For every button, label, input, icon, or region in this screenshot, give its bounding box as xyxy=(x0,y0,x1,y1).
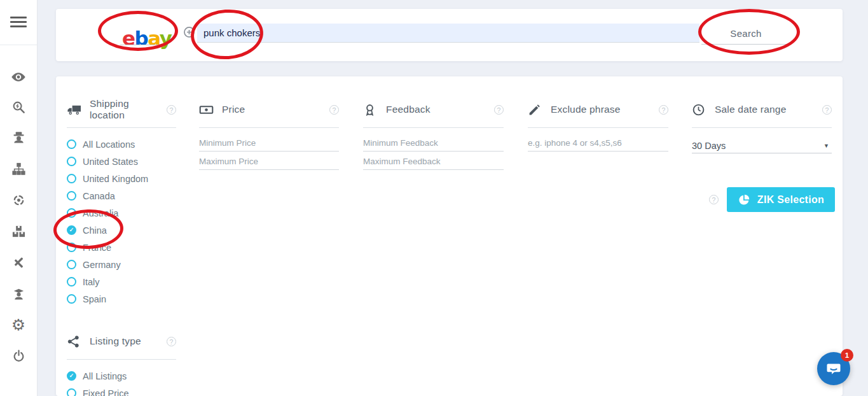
radio-label: United States xyxy=(83,157,138,167)
radio-icon[interactable] xyxy=(67,225,76,235)
truck-icon xyxy=(67,102,82,117)
radio-icon[interactable] xyxy=(67,174,76,183)
help-icon[interactable]: ? xyxy=(494,105,504,115)
gear-icon[interactable]: ⚙ xyxy=(0,316,37,333)
chat-icon xyxy=(825,360,843,378)
radio-label: United Kingdom xyxy=(83,174,148,184)
radio-label: Germany xyxy=(83,260,121,270)
feedback-column: Feedback ? xyxy=(363,76,504,396)
radio-label: Spain xyxy=(83,294,106,304)
ebay-logo[interactable]: ebay xyxy=(122,27,171,50)
help-icon[interactable]: ? xyxy=(167,337,176,346)
pen-tools-icon[interactable] xyxy=(0,254,37,271)
listing-type-title: Listing type xyxy=(90,336,141,347)
sale-date-range-header: Sale date range ? xyxy=(692,102,832,117)
radio-option[interactable]: United Kingdom xyxy=(67,170,176,187)
exclude-phrase-header: Exclude phrase ? xyxy=(528,102,668,117)
sitemap-icon[interactable] xyxy=(0,160,37,177)
max-feedback-input[interactable] xyxy=(363,153,504,170)
radio-option[interactable]: France xyxy=(67,239,176,256)
price-column: Price ? xyxy=(199,76,339,396)
exclude-phrase-input[interactable] xyxy=(528,135,668,152)
radio-option[interactable]: Fixed Price xyxy=(67,385,176,396)
radio-label: France xyxy=(83,243,111,253)
price-header: Price ? xyxy=(199,102,339,117)
help-icon[interactable]: ? xyxy=(822,105,832,115)
radio-label: Canada xyxy=(83,191,115,201)
min-price-input[interactable] xyxy=(199,135,339,152)
radio-icon[interactable] xyxy=(67,243,76,252)
graduate-icon[interactable] xyxy=(0,285,37,302)
menu-icon[interactable] xyxy=(10,17,27,29)
radio-icon[interactable] xyxy=(67,139,76,149)
shipping-location-header: Shipping location ? xyxy=(67,102,176,117)
boxes-icon[interactable] xyxy=(0,223,37,239)
clock-icon xyxy=(692,102,707,117)
eye-icon[interactable] xyxy=(0,69,37,85)
zik-selection-button[interactable]: ZIK Selection xyxy=(727,187,835,212)
divider xyxy=(692,127,832,128)
radio-option[interactable]: Spain xyxy=(67,290,176,308)
sidebar-divider xyxy=(0,45,37,45)
min-feedback-input[interactable] xyxy=(363,135,504,152)
sale-date-range-column: Sale date range ? 30 Days ▼ xyxy=(692,76,832,396)
search-input[interactable] xyxy=(197,24,699,43)
search-bolt-icon[interactable] xyxy=(0,99,37,115)
sale-date-range-value: 30 Days xyxy=(692,141,726,151)
award-icon xyxy=(363,102,378,117)
feedback-title: Feedback xyxy=(386,104,431,115)
listing-type-options: All Listings Fixed Price xyxy=(67,367,176,396)
target-icon[interactable] xyxy=(0,192,37,208)
radio-icon[interactable] xyxy=(67,157,76,166)
radio-icon[interactable] xyxy=(67,191,76,201)
help-icon[interactable]: ? xyxy=(659,105,668,115)
shipping-location-title: Shipping location xyxy=(90,98,167,121)
radio-option[interactable]: Australia xyxy=(67,204,176,222)
price-title: Price xyxy=(222,104,245,115)
exclude-phrase-title: Exclude phrase xyxy=(551,104,621,115)
radio-option[interactable]: Germany xyxy=(67,256,176,273)
radio-option[interactable]: All Locations xyxy=(67,136,176,153)
radio-label: Australia xyxy=(83,208,118,218)
share-icon xyxy=(67,334,82,349)
zik-selection-label: ZIK Selection xyxy=(757,194,824,206)
radio-icon[interactable] xyxy=(67,371,76,381)
radio-label: All Listings xyxy=(83,371,127,381)
radio-option[interactable]: Italy xyxy=(67,273,176,290)
notification-badge: 1 xyxy=(841,349,853,362)
pie-chart-icon xyxy=(738,194,750,206)
radio-option[interactable]: China xyxy=(67,222,176,239)
divider xyxy=(67,359,176,360)
divider xyxy=(528,127,668,128)
radio-icon[interactable] xyxy=(67,260,76,269)
radio-option[interactable]: All Listings xyxy=(67,367,176,385)
listing-type-header: Listing type ? xyxy=(67,334,176,349)
radio-label: Italy xyxy=(83,277,100,287)
radio-icon[interactable] xyxy=(67,388,76,396)
radio-label: Fixed Price xyxy=(83,388,129,396)
search-button[interactable]: Search xyxy=(701,22,790,45)
circle-plus-icon[interactable] xyxy=(183,26,195,38)
radio-icon[interactable] xyxy=(67,294,76,304)
pencil-icon xyxy=(528,102,543,117)
radio-label: China xyxy=(83,225,107,236)
help-icon[interactable]: ? xyxy=(167,105,176,115)
top-search-bar: ebay Search xyxy=(56,9,843,61)
radio-icon[interactable] xyxy=(67,277,76,286)
chevron-down-icon: ▼ xyxy=(823,143,829,149)
sidebar: ⚙ xyxy=(0,0,38,396)
filters-panel: Shipping location ? All Locations United… xyxy=(56,76,843,396)
help-icon[interactable]: ? xyxy=(709,195,719,204)
max-price-input[interactable] xyxy=(199,153,339,170)
shipping-location-column: Shipping location ? All Locations United… xyxy=(67,76,176,396)
spy-icon[interactable] xyxy=(0,129,37,145)
exclude-phrase-column: Exclude phrase ? xyxy=(528,76,668,396)
radio-icon[interactable] xyxy=(67,208,76,218)
radio-option[interactable]: Canada xyxy=(67,187,176,204)
banknote-icon xyxy=(199,102,214,117)
power-icon[interactable] xyxy=(0,348,37,364)
divider xyxy=(199,127,339,128)
help-icon[interactable]: ? xyxy=(329,105,339,115)
sale-date-range-select[interactable]: 30 Days ▼ xyxy=(692,138,832,153)
radio-option[interactable]: United States xyxy=(67,153,176,170)
